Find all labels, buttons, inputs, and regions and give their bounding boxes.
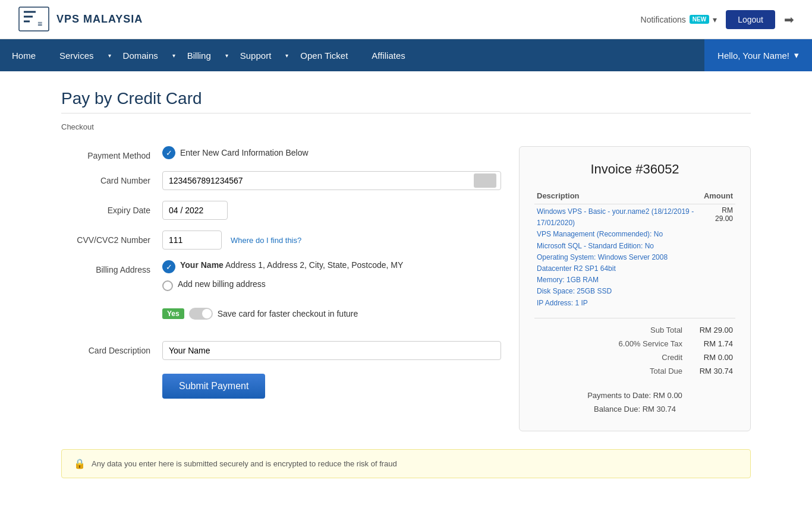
support-chevron-icon: ▾ <box>285 52 288 59</box>
breadcrumb: Checkout <box>61 122 751 131</box>
cvv-area: Where do I find this? <box>162 231 501 250</box>
invoice-line8: IP Address: 1 IP <box>537 299 588 307</box>
notifications[interactable]: Notifications NEW ▾ <box>641 15 717 24</box>
logout-button[interactable]: Logout <box>726 10 775 29</box>
sub-total-row: Sub Total RM 29.00 <box>534 323 735 337</box>
billing-address-text: Your Name Address 1, Address 2, City, St… <box>180 260 403 270</box>
nav-domains-wrapper: Domains ▾ <box>111 40 175 71</box>
billing-option-existing: ✓ Your Name Address 1, Address 2, City, … <box>162 260 501 273</box>
nav-support-wrapper: Support ▾ <box>228 40 289 71</box>
expiry-date-label: Expiry Date <box>61 201 162 215</box>
card-icon <box>474 173 496 188</box>
page-title-divider <box>61 113 751 113</box>
lock-icon: 🔒 <box>74 458 86 469</box>
svg-rect-0 <box>19 7 49 31</box>
invoice-line5: Datacenter R2 SP1 64bit <box>537 264 616 273</box>
billing-option-new[interactable]: Add new billing address <box>162 279 501 291</box>
payment-method-label: Payment Method <box>61 146 162 160</box>
nav-billing-wrapper: Billing ▾ <box>175 40 228 71</box>
header: ≡ VPS MALAYSIA Notifications NEW ▾ Logou… <box>0 0 812 39</box>
security-text: Any data you enter here is submitted sec… <box>92 459 397 468</box>
card-description-label: Card Description <box>61 341 162 355</box>
card-description-row: Card Description <box>61 341 501 360</box>
invoice-totals: Sub Total RM 29.00 6.00% Service Tax RM … <box>534 318 735 378</box>
security-notice: 🔒 Any data you enter here is submitted s… <box>61 449 751 478</box>
invoice-line6: Memory: 1GB RAM <box>537 276 599 284</box>
balance-due: Balance Due: RM 30.74 <box>534 402 735 416</box>
nav-domains[interactable]: Domains <box>111 40 170 71</box>
svg-text:≡: ≡ <box>37 19 42 29</box>
submit-spacer <box>61 371 162 375</box>
save-card-area: Yes Save card for faster checkout in fut… <box>162 308 501 330</box>
card-description-input[interactable] <box>162 341 501 360</box>
exit-icon[interactable]: ➡ <box>784 12 794 27</box>
hello-user-label: Hello, Your Name! <box>717 50 789 61</box>
nav-billing[interactable]: Billing <box>175 40 223 71</box>
form-section: Payment Method ✓ Enter New Card Informat… <box>61 146 501 431</box>
invoice-line3: Microsoft SQL - Standard Edition: No <box>537 242 654 250</box>
save-card-toggle[interactable] <box>189 308 213 320</box>
card-number-label: Card Number <box>61 171 162 185</box>
notifications-chevron-icon: ▾ <box>713 15 717 24</box>
card-number-input[interactable] <box>162 171 501 190</box>
logo: ≡ VPS MALAYSIA <box>18 6 143 33</box>
logo-text: VPS MALAYSIA <box>56 13 143 26</box>
invoice-description-cell: Windows VPS - Basic - your.name2 (18/12/… <box>534 204 700 311</box>
payment-check-icon: ✓ <box>162 146 175 159</box>
save-card-row: Yes Save card for faster checkout in fut… <box>61 308 501 330</box>
credit-row: Credit RM 0.00 <box>534 351 735 364</box>
expiry-date-row: Expiry Date <box>61 201 501 220</box>
cvv-label: CVV/CVC2 Number <box>61 231 162 245</box>
billing-address-area: ✓ Your Name Address 1, Address 2, City, … <box>162 260 501 297</box>
save-card-label: Save card for faster checkout in future <box>218 309 358 318</box>
credit-amount: RM 0.00 <box>691 353 733 362</box>
add-billing-label: Add new billing address <box>178 279 266 289</box>
logo-icon: ≡ <box>18 6 51 33</box>
hello-user-button[interactable]: Hello, Your Name! ▾ <box>704 39 812 71</box>
form-invoice-wrapper: Payment Method ✓ Enter New Card Informat… <box>61 146 751 431</box>
nav-open-ticket[interactable]: Open Ticket <box>288 40 360 71</box>
invoice-col-description: Description <box>534 188 700 204</box>
payment-method-text: Enter New Card Information Below <box>180 148 309 157</box>
submit-area: Submit Payment <box>162 371 501 399</box>
payments-to-date: Payments to Date: RM 0.00 <box>534 389 735 402</box>
credit-label: Credit <box>537 353 691 362</box>
invoice-desc: Windows VPS - Basic - your.name2 (18/12/… <box>537 206 698 309</box>
header-right: Notifications NEW ▾ Logout ➡ <box>641 10 794 29</box>
toggle-yes-label: Yes <box>162 308 184 319</box>
submit-row: Submit Payment <box>61 371 501 399</box>
total-due-amount: RM 30.74 <box>691 367 733 375</box>
page-title: Pay by Credit Card <box>61 89 751 108</box>
cvv-row: CVV/CVC2 Number Where do I find this? <box>61 231 501 250</box>
radio-add-billing-icon <box>162 280 173 291</box>
navbar: Home Services ▾ Domains ▾ Billing ▾ Supp… <box>0 39 812 71</box>
invoice-col-amount: Amount <box>700 188 735 204</box>
billing-address-row: Billing Address ✓ Your Name Address 1, A… <box>61 260 501 297</box>
invoice-summary: Payments to Date: RM 0.00 Balance Due: R… <box>534 389 735 416</box>
card-number-row: Card Number <box>61 171 501 190</box>
submit-payment-button[interactable]: Submit Payment <box>162 374 265 399</box>
nav-home[interactable]: Home <box>0 40 48 71</box>
nav-services[interactable]: Services <box>48 40 106 71</box>
nav-affiliates[interactable]: Affiliates <box>360 40 417 71</box>
main-content: Pay by Credit Card Checkout Payment Meth… <box>49 71 763 496</box>
invoice-amount-cell: RM 29.00 <box>700 204 735 311</box>
service-tax-row: 6.00% Service Tax RM 1.74 <box>534 337 735 351</box>
navbar-right: Hello, Your Name! ▾ <box>704 39 812 71</box>
service-tax-label: 6.00% Service Tax <box>537 339 691 348</box>
hello-chevron-icon: ▾ <box>794 50 799 61</box>
sub-total-amount: RM 29.00 <box>691 326 733 334</box>
payment-method-value: ✓ Enter New Card Information Below <box>162 146 501 159</box>
billing-check-icon: ✓ <box>162 260 175 273</box>
invoice-row: Windows VPS - Basic - your.name2 (18/12/… <box>534 204 735 311</box>
expiry-date-area <box>162 201 501 220</box>
billing-address-label: Billing Address <box>61 260 162 274</box>
nav-support[interactable]: Support <box>228 40 284 71</box>
total-due-label: Total Due <box>537 367 691 375</box>
expiry-date-input[interactable] <box>162 201 228 220</box>
billing-name: Your Name <box>180 260 224 270</box>
invoice-box: Invoice #36052 Description Amount Window… <box>519 146 751 431</box>
where-find-link[interactable]: Where do I find this? <box>231 236 301 245</box>
sub-total-label: Sub Total <box>537 326 691 334</box>
cvv-input[interactable] <box>162 231 222 250</box>
